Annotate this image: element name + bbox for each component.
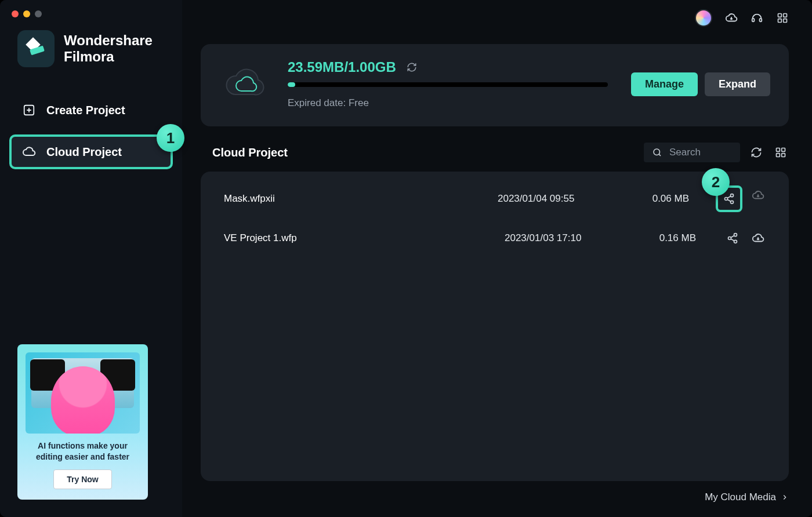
svg-point-14 (731, 194, 734, 197)
svg-point-9 (654, 149, 660, 155)
storage-card: 23.59MB/1.00GB Expired date: Free Manage… (201, 44, 789, 126)
file-actions: 2 (718, 188, 766, 210)
storage-actions: Manage Expand (631, 72, 770, 96)
app-window: Wondershare Filmora Create Project (0, 0, 812, 517)
cloud-icon (22, 145, 36, 159)
file-date: 2023/01/04 09:55 (498, 193, 614, 205)
sidebar-item-label: Cloud Project (46, 145, 122, 159)
brand-name: Wondershare Filmora (64, 32, 153, 64)
brand: Wondershare Filmora (17, 30, 171, 67)
create-project-icon (22, 103, 36, 117)
file-date: 2023/01/03 17:10 (505, 232, 621, 244)
file-row[interactable]: VE Project 1.wfp 2023/01/03 17:10 0.16 M… (201, 220, 789, 256)
user-avatar[interactable] (695, 9, 712, 27)
list-refresh-icon[interactable] (748, 144, 764, 161)
annotation-callout-1: 1 (157, 124, 184, 152)
svg-rect-4 (760, 19, 762, 21)
window-zoom-dot[interactable] (35, 10, 42, 17)
cloud-download-icon[interactable] (725, 12, 738, 24)
sidebar-nav: Create Project Cloud Project 1 (12, 95, 171, 167)
cloud-storage-icon (224, 68, 264, 100)
svg-rect-12 (777, 154, 780, 157)
my-cloud-media-link[interactable]: My Cloud Media (705, 491, 789, 503)
svg-rect-5 (778, 14, 782, 17)
file-actions (725, 231, 766, 246)
apps-grid-icon[interactable] (776, 12, 789, 24)
expand-button[interactable]: Expand (705, 72, 770, 96)
window-close-dot[interactable] (12, 10, 19, 17)
promo-image (26, 352, 140, 434)
search-box[interactable] (644, 143, 740, 162)
annotation-callout-2: 2 (702, 168, 730, 196)
storage-usage-text: 23.59MB/1.00GB (288, 59, 396, 75)
sidebar-item-cloud-project[interactable]: Cloud Project 1 (12, 137, 171, 167)
svg-point-16 (731, 201, 734, 203)
svg-rect-13 (782, 154, 785, 157)
storage-refresh-icon[interactable] (407, 62, 417, 72)
footer-link-label: My Cloud Media (705, 491, 776, 503)
search-icon (652, 147, 662, 158)
promo-card: AI functions make your editing easier an… (17, 344, 148, 500)
svg-rect-7 (778, 19, 782, 23)
cloud-download-icon[interactable] (751, 188, 766, 203)
storage-progress-bar (288, 82, 608, 87)
brand-logo-icon (17, 30, 55, 67)
file-name: VE Project 1.wfp (224, 232, 493, 244)
svg-point-18 (728, 237, 731, 240)
svg-point-19 (734, 240, 737, 243)
manage-button[interactable]: Manage (631, 72, 698, 96)
file-size: 0.16 MB (632, 232, 696, 244)
svg-rect-11 (782, 148, 785, 152)
svg-rect-10 (777, 148, 780, 152)
promo-try-now-button[interactable]: Try Now (53, 469, 111, 489)
svg-point-17 (734, 234, 737, 236)
window-controls (12, 0, 171, 23)
section-header: Cloud Project (201, 143, 789, 162)
file-row[interactable]: Mask.wfpxii 2023/01/04 09:55 0.06 MB 2 (201, 177, 789, 220)
sidebar-item-create-project[interactable]: Create Project (12, 95, 171, 125)
svg-point-15 (725, 198, 728, 201)
sidebar: Wondershare Filmora Create Project (0, 0, 182, 517)
share-icon[interactable] (725, 231, 740, 246)
svg-rect-6 (784, 14, 787, 17)
svg-rect-3 (752, 19, 755, 21)
storage-info: 23.59MB/1.00GB Expired date: Free (288, 59, 608, 109)
chevron-right-icon (781, 493, 789, 501)
cloud-download-icon[interactable] (751, 231, 766, 246)
svg-rect-8 (784, 19, 787, 23)
window-minimize-dot[interactable] (23, 10, 30, 17)
file-list: Mask.wfpxii 2023/01/04 09:55 0.06 MB 2 (201, 172, 789, 481)
sidebar-item-label: Create Project (46, 104, 125, 117)
section-title: Cloud Project (212, 146, 288, 159)
main-panel: 23.59MB/1.00GB Expired date: Free Manage… (182, 0, 812, 517)
storage-progress-fill (288, 82, 295, 87)
file-name: Mask.wfpxii (224, 193, 486, 205)
promo-text: AI functions make your editing easier an… (26, 440, 140, 463)
topbar (201, 0, 789, 31)
file-size: 0.06 MB (625, 193, 689, 205)
view-grid-icon[interactable] (773, 144, 789, 161)
support-headset-icon[interactable] (751, 12, 763, 24)
storage-expiry-text: Expired date: Free (288, 97, 608, 109)
search-input[interactable] (668, 146, 732, 159)
